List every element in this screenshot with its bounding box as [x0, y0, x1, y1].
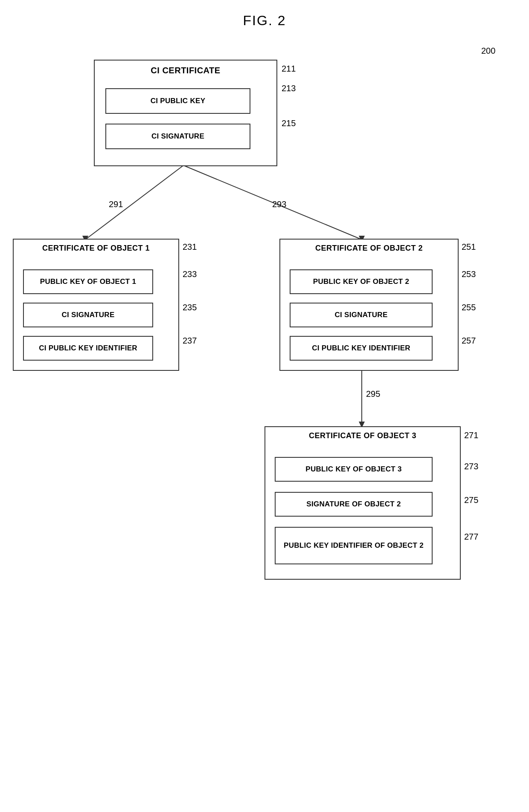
- ci-certificate-label: CI CERTIFICATE: [95, 61, 276, 79]
- ci-certificate-box: CI CERTIFICATE CI PUBLIC KEY CI SIGNATUR…: [94, 60, 277, 166]
- object1-certificate-label: CERTIFICATE OF OBJECT 1: [14, 240, 178, 256]
- object3-signature-obj2-box: SIGNATURE OF OBJECT 2: [275, 492, 433, 517]
- ref-237: 237: [183, 336, 197, 346]
- ref-295: 295: [366, 389, 380, 399]
- ref-275: 275: [464, 495, 478, 505]
- object2-ci-pubkey-id-box: CI PUBLIC KEY IDENTIFIER: [290, 336, 433, 361]
- figure-title: FIG. 2: [243, 13, 286, 29]
- ref-271: 271: [464, 431, 478, 440]
- object3-certificate-label: CERTIFICATE OF OBJECT 3: [265, 427, 460, 444]
- ref-233: 233: [183, 269, 197, 279]
- object2-public-key-box: PUBLIC KEY OF OBJECT 2: [290, 269, 433, 294]
- object2-ci-signature-label: CI SIGNATURE: [334, 311, 387, 319]
- ci-public-key-box: CI PUBLIC KEY: [105, 88, 250, 114]
- object1-public-key-label: PUBLIC KEY OF OBJECT 1: [40, 277, 136, 286]
- ref-293: 293: [272, 199, 286, 209]
- object2-certificate-box: CERTIFICATE OF OBJECT 2 PUBLIC KEY OF OB…: [279, 239, 459, 371]
- object3-certificate-box: CERTIFICATE OF OBJECT 3 PUBLIC KEY OF OB…: [264, 426, 461, 580]
- object2-public-key-label: PUBLIC KEY OF OBJECT 2: [313, 277, 409, 286]
- object2-certificate-label: CERTIFICATE OF OBJECT 2: [280, 240, 458, 256]
- object3-public-key-label: PUBLIC KEY OF OBJECT 3: [305, 465, 401, 474]
- diagram: FIG. 2 200 291 293 295 CI CERTIFICATE CI…: [0, 0, 529, 812]
- ci-signature-box: CI SIGNATURE: [105, 124, 250, 149]
- object1-certificate-box: CERTIFICATE OF OBJECT 1 PUBLIC KEY OF OB…: [13, 239, 179, 371]
- ref-291: 291: [109, 199, 123, 209]
- object3-public-key-box: PUBLIC KEY OF OBJECT 3: [275, 457, 433, 482]
- ref-257: 257: [462, 336, 476, 346]
- object3-pubkey-id-obj2-label: PUBLIC KEY IDENTIFIER OF OBJECT 2: [284, 541, 424, 550]
- object3-signature-obj2-label: SIGNATURE OF OBJECT 2: [306, 500, 401, 509]
- svg-line-0: [85, 165, 183, 240]
- object2-ci-pubkey-id-label: CI PUBLIC KEY IDENTIFIER: [312, 344, 410, 353]
- ref-213: 213: [282, 84, 296, 93]
- object1-ci-pubkey-id-box: CI PUBLIC KEY IDENTIFIER: [23, 336, 153, 361]
- ref-215: 215: [282, 118, 296, 128]
- ref-251: 251: [462, 242, 476, 252]
- object1-ci-signature-label: CI SIGNATURE: [61, 311, 114, 319]
- ci-signature-label: CI SIGNATURE: [151, 132, 204, 141]
- ref-200: 200: [481, 46, 495, 56]
- object1-ci-pubkey-id-label: CI PUBLIC KEY IDENTIFIER: [39, 344, 137, 353]
- ref-277: 277: [464, 532, 478, 542]
- object1-ci-signature-box: CI SIGNATURE: [23, 303, 153, 327]
- object1-public-key-box: PUBLIC KEY OF OBJECT 1: [23, 269, 153, 294]
- ref-211: 211: [282, 64, 296, 74]
- ref-253: 253: [462, 269, 476, 279]
- ref-235: 235: [183, 303, 197, 312]
- ref-255: 255: [462, 303, 476, 312]
- object3-pubkey-id-obj2-box: PUBLIC KEY IDENTIFIER OF OBJECT 2: [275, 527, 433, 564]
- ref-231: 231: [183, 242, 197, 252]
- ref-273: 273: [464, 462, 478, 471]
- object2-ci-signature-box: CI SIGNATURE: [290, 303, 433, 327]
- ci-public-key-label: CI PUBLIC KEY: [151, 97, 206, 105]
